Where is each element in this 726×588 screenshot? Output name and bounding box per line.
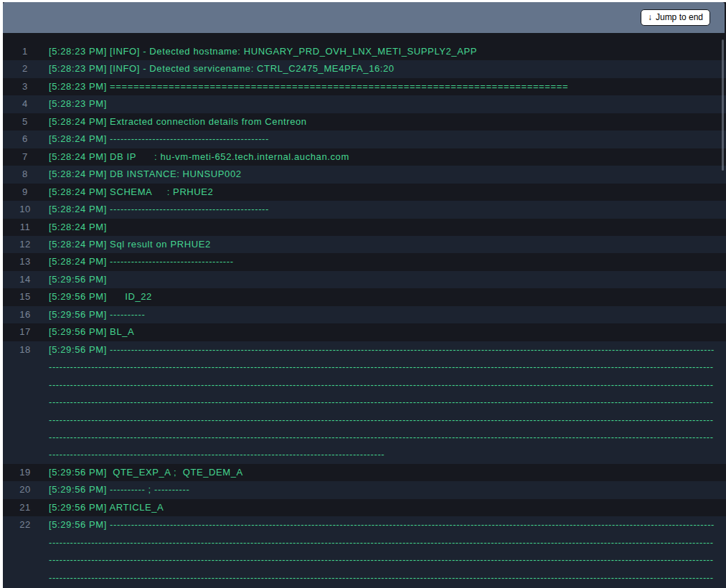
- line-number: 10: [3, 201, 49, 218]
- line-text: [5:28:24 PM] DB INSTANCE: HUNSUP002: [49, 166, 726, 183]
- line-number: 18: [3, 341, 49, 359]
- line-number: 19: [3, 464, 49, 481]
- line-text: [5:29:56 PM] ----------: [49, 306, 726, 323]
- line-text: [5:29:56 PM] QTE_EXP_A ; QTE_DEM_A: [49, 464, 726, 481]
- line-text: [5:28:24 PM] DB IP : hu-vm-meti-652.tech…: [49, 148, 726, 166]
- line-text: [5:28:23 PM] [INFO] - Detected hostname:…: [49, 43, 726, 60]
- log-line: 8 [5:28:24 PM] DB INSTANCE: HUNSUP002: [3, 166, 726, 183]
- line-number: 11: [3, 219, 49, 236]
- log-line: 7 [5:28:24 PM] DB IP : hu-vm-meti-652.te…: [3, 148, 726, 166]
- log-viewer-header: ↓ Jump to end: [3, 2, 725, 33]
- line-number: 17: [3, 323, 49, 341]
- log-line: 5 [5:28:24 PM] Extracted connection deta…: [3, 113, 726, 131]
- log-line: 2 [5:28:23 PM] [INFO] - Detected service…: [3, 60, 726, 77]
- line-text: [5:29:56 PM] BL_A: [49, 323, 726, 341]
- log-line: 14 [5:29:56 PM]: [3, 271, 726, 288]
- line-number: 15: [3, 288, 49, 305]
- line-number: 22: [3, 516, 49, 534]
- line-text: [5:29:56 PM] ---------------------------…: [49, 341, 726, 464]
- line-text: [5:28:24 PM] ---------------------------…: [49, 131, 726, 148]
- log-line: 12 [5:28:24 PM] Sql result on PRHUE2: [3, 236, 726, 253]
- arrow-down-icon: ↓: [648, 13, 652, 22]
- log-line: 22 [5:29:56 PM] ------------------------…: [3, 516, 726, 588]
- log-viewer-panel: ↓ Jump to end 1 [5:28:23 PM] [INFO] - De…: [3, 2, 726, 588]
- log-line: 11 [5:28:24 PM]: [3, 219, 726, 236]
- line-number: 20: [3, 481, 49, 498]
- line-number: 14: [3, 271, 49, 288]
- jump-to-end-button[interactable]: ↓ Jump to end: [641, 9, 710, 26]
- line-number: 3: [3, 78, 49, 95]
- line-number: 12: [3, 236, 49, 253]
- line-text: [5:29:56 PM] ARTICLE_A: [49, 499, 726, 516]
- line-text: [5:28:23 PM] ===========================…: [49, 78, 726, 95]
- line-number: 16: [3, 306, 49, 323]
- line-text: [5:28:24 PM]: [49, 219, 726, 236]
- log-line: 15 [5:29:56 PM] ID_22: [3, 288, 726, 305]
- log-line: 1 [5:28:23 PM] [INFO] - Detected hostnam…: [3, 43, 726, 60]
- scrollbar-thumb[interactable]: [722, 39, 724, 171]
- line-number: 9: [3, 184, 49, 201]
- log-line: 19 [5:29:56 PM] QTE_EXP_A ; QTE_DEM_A: [3, 464, 726, 481]
- log-line: 20 [5:29:56 PM] ---------- ; ----------: [3, 481, 726, 498]
- line-text: [5:28:23 PM] [INFO] - Detected servicena…: [49, 60, 726, 77]
- log-line: 10 [5:28:24 PM] ------------------------…: [3, 201, 726, 218]
- log-line: 17 [5:29:56 PM] BL_A: [3, 323, 726, 341]
- line-number: 1: [3, 43, 49, 60]
- log-line: 16 [5:29:56 PM] ----------: [3, 306, 726, 323]
- log-line: 13 [5:28:24 PM] ------------------------…: [3, 253, 726, 270]
- line-text: [5:28:24 PM] Sql result on PRHUE2: [49, 236, 726, 253]
- log-line: 3 [5:28:23 PM] =========================…: [3, 78, 726, 95]
- log-line: 9 [5:28:24 PM] SCHEMA : PRHUE2: [3, 184, 726, 201]
- line-text: [5:29:56 PM] ---------- ; ----------: [49, 481, 726, 498]
- log-line: 18 [5:29:56 PM] ------------------------…: [3, 341, 726, 464]
- line-text: [5:28:23 PM]: [49, 95, 726, 113]
- line-number: 2: [3, 60, 49, 77]
- line-text: [5:28:24 PM] Extracted connection detail…: [49, 113, 726, 131]
- line-text: [5:29:56 PM] ---------------------------…: [49, 516, 726, 588]
- log-line: 4 [5:28:23 PM]: [3, 95, 726, 113]
- line-number: 8: [3, 166, 49, 183]
- line-text: [5:29:56 PM]: [49, 271, 726, 288]
- log-line: 6 [5:28:24 PM] -------------------------…: [3, 131, 726, 148]
- log-line: 21 [5:29:56 PM] ARTICLE_A: [3, 499, 726, 516]
- log-list[interactable]: 1 [5:28:23 PM] [INFO] - Detected hostnam…: [3, 33, 726, 588]
- line-number: 13: [3, 253, 49, 270]
- line-number: 6: [3, 131, 49, 148]
- jump-to-end-label: Jump to end: [656, 13, 703, 22]
- line-number: 4: [3, 95, 49, 113]
- line-text: [5:28:24 PM] ---------------------------…: [49, 201, 726, 218]
- line-text: [5:29:56 PM] ID_22: [49, 288, 726, 305]
- line-text: [5:28:24 PM] SCHEMA : PRHUE2: [49, 184, 726, 201]
- line-text: [5:28:24 PM] ---------------------------…: [49, 253, 726, 270]
- line-number: 5: [3, 113, 49, 131]
- line-number: 7: [3, 148, 49, 166]
- line-number: 21: [3, 499, 49, 516]
